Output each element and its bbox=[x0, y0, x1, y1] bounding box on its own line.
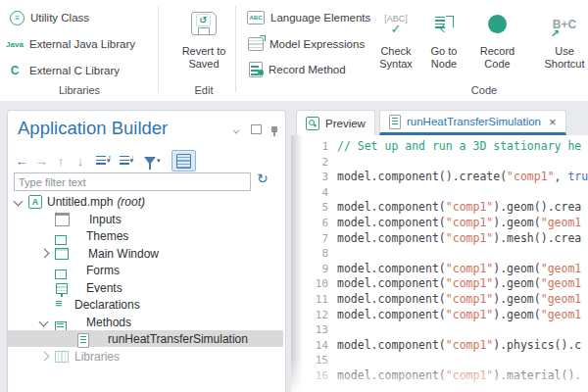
code-editor[interactable]: 1// Set up and run a 3D stationary he23m… bbox=[291, 135, 588, 392]
external-java-library-label: External Java Library bbox=[29, 38, 135, 50]
check-syntax-icon: [ABC] ✓ bbox=[384, 14, 408, 34]
application-builder-panel: Application Builder ← → ↑ ↓ ↑ ▾ ↓ ▾ ▾ ↻ … bbox=[7, 110, 286, 392]
expand-all-icon[interactable]: ↓ bbox=[120, 156, 129, 167]
panel-float-icon[interactable] bbox=[251, 124, 262, 134]
panel-pin-icon[interactable] bbox=[271, 126, 277, 132]
record-method-label: Record Method bbox=[269, 64, 346, 75]
revert-to-saved-icon: ↺ bbox=[191, 12, 217, 35]
code-line[interactable]: 5model.component("comp1").geom().crea bbox=[291, 200, 588, 216]
tree-item-themes[interactable]: Themes bbox=[8, 227, 283, 244]
code-text: model.component("comp1").geom("geom1 bbox=[337, 262, 581, 277]
code-line[interactable]: 12model.component("comp1").geom("geom1 bbox=[291, 308, 588, 323]
model-expressions-label: Model Expressions bbox=[270, 38, 365, 50]
filter-input[interactable] bbox=[14, 172, 251, 191]
show-panel-toggle-button[interactable] bbox=[172, 150, 196, 172]
code-line[interactable]: 1// Set up and run a 3D stationary he bbox=[291, 139, 588, 155]
record-method-button[interactable]: Record Method bbox=[249, 61, 346, 78]
tree-item-declarations[interactable]: ≡ Declarations bbox=[8, 296, 283, 313]
tab-run-heat-transfer-simulation[interactable]: runHeatTransferSimulation × bbox=[379, 110, 566, 135]
external-c-library-label: External C Library bbox=[29, 65, 120, 76]
tree-item-events[interactable]: Events bbox=[8, 279, 283, 296]
refresh-icon[interactable]: ↻ bbox=[257, 171, 269, 186]
tree-item-label: Methods bbox=[86, 316, 131, 329]
tree-item-libraries[interactable]: Libraries bbox=[8, 348, 283, 365]
external-c-library-button[interactable]: C External C Library bbox=[6, 62, 120, 79]
code-line[interactable]: 3model.component().create("comp1", tru bbox=[291, 170, 588, 185]
record-code-icon bbox=[488, 15, 507, 33]
code-line[interactable]: 15 bbox=[291, 353, 588, 368]
tree-item-root[interactable]: A Untitled.mph (root) bbox=[8, 193, 283, 210]
forms-icon bbox=[55, 270, 67, 279]
move-down-button[interactable]: ↓ bbox=[71, 154, 90, 169]
code-text: model.component("comp1").geom().crea bbox=[337, 200, 581, 216]
declarations-icon: ≡ bbox=[55, 299, 63, 309]
code-line[interactable]: 8 bbox=[291, 246, 588, 262]
code-text: model.component("comp1").material(). bbox=[337, 368, 581, 384]
checkmark-icon: ✓ bbox=[391, 24, 402, 34]
revert-to-saved-button[interactable]: ↺ Revert to Saved bbox=[176, 6, 231, 94]
code-line[interactable]: 14model.component("comp1").physics().c bbox=[291, 338, 588, 354]
use-shortcut-button[interactable]: B+C ↗ Use Shortcut bbox=[535, 6, 588, 94]
expander-icon[interactable] bbox=[40, 352, 50, 362]
panel-toolbar: ← → ↑ ↓ ↑ ▾ ↓ ▾ ▾ bbox=[12, 151, 196, 171]
expander-icon[interactable] bbox=[14, 197, 24, 207]
tree-item-label: runHeatTransferSimulation bbox=[108, 332, 248, 346]
code-line[interactable]: 9model.component("comp1").geom("geom1 bbox=[291, 262, 588, 277]
tree-item-run-heat-transfer-simulation[interactable]: runHeatTransferSimulation bbox=[8, 330, 283, 347]
record-code-label: Record Code bbox=[471, 45, 523, 71]
move-up-button[interactable]: ↑ bbox=[51, 154, 71, 169]
code-line[interactable]: 2 bbox=[291, 155, 588, 171]
language-elements-button[interactable]: ABC Language Elements bbox=[247, 9, 370, 26]
language-elements-icon: ABC bbox=[247, 11, 265, 24]
tree-item-label: Forms bbox=[86, 264, 120, 277]
check-syntax-button[interactable]: [ABC] ✓ Check Syntax bbox=[371, 6, 420, 94]
code-line[interactable]: 11model.component("comp1").geom("geom1 bbox=[291, 292, 588, 308]
code-text: model.component("comp1").geom("geom1 bbox=[337, 216, 581, 231]
events-icon bbox=[56, 283, 68, 294]
go-to-node-label: Go to Node bbox=[422, 45, 466, 71]
code-lines: 1// Set up and run a 3D stationary he23m… bbox=[291, 139, 588, 384]
code-line[interactable]: 10model.component("comp1").geom("geom1 bbox=[291, 276, 588, 292]
code-line[interactable]: 7model.component("comp1").mesh().crea bbox=[291, 231, 588, 247]
tree-item-label: Inputs bbox=[89, 213, 122, 226]
expander-icon[interactable] bbox=[39, 318, 49, 327]
filter-funnel-icon[interactable] bbox=[144, 157, 156, 165]
code-line[interactable]: 13 bbox=[291, 322, 588, 338]
go-to-node-icon bbox=[435, 16, 453, 31]
method-file-icon bbox=[77, 333, 89, 348]
code-text: model.component("comp1").geom("geom1 bbox=[337, 308, 581, 323]
record-code-button[interactable]: Record Code bbox=[471, 6, 523, 94]
panel-shadow bbox=[291, 135, 303, 392]
panel-chevron-down-icon[interactable] bbox=[233, 127, 241, 132]
model-expressions-button[interactable]: Model Expressions bbox=[248, 35, 365, 53]
preview-icon bbox=[306, 117, 319, 130]
forward-button[interactable]: → bbox=[31, 154, 51, 169]
use-shortcut-label: Use Shortcut bbox=[535, 45, 588, 71]
expander-icon[interactable] bbox=[40, 249, 50, 259]
filter-caret-icon[interactable]: ▾ bbox=[157, 157, 161, 165]
back-button[interactable]: ← bbox=[12, 154, 31, 169]
main-window-icon bbox=[55, 248, 69, 260]
close-icon[interactable]: × bbox=[549, 115, 557, 129]
tree-item-forms[interactable]: Forms bbox=[8, 262, 283, 278]
ne-arrow-icon: ↗ bbox=[551, 27, 560, 39]
language-elements-label: Language Elements bbox=[270, 12, 370, 24]
use-shortcut-icon: B+C ↗ bbox=[553, 18, 576, 30]
collapse-all-icon[interactable]: ↑ bbox=[96, 156, 106, 167]
code-line[interactable]: 16model.component("comp1").material(). bbox=[291, 368, 588, 384]
go-to-node-button[interactable]: Go to Node bbox=[422, 6, 466, 94]
tab-preview[interactable]: Preview bbox=[296, 110, 375, 135]
utility-class-button[interactable]: ≡ Utility Class bbox=[10, 9, 89, 26]
code-text: model.component("comp1").physics().c bbox=[337, 338, 581, 354]
tree-item-suffix: (root) bbox=[117, 195, 145, 209]
external-java-library-button[interactable]: Java External Java Library bbox=[6, 35, 135, 53]
code-line[interactable]: 6model.component("comp1").geom("geom1 bbox=[291, 216, 588, 231]
tree-item-label: Themes bbox=[86, 229, 128, 243]
method-file-icon bbox=[389, 115, 401, 129]
code-line[interactable]: 4 bbox=[291, 185, 588, 201]
utility-class-icon: ≡ bbox=[10, 11, 24, 25]
tree-item-methods[interactable]: Methods bbox=[8, 314, 283, 330]
tree-item-main-window[interactable]: Main Window bbox=[8, 245, 283, 262]
ribbon-group-label-code: Code bbox=[421, 84, 547, 96]
tree-item-inputs[interactable]: Inputs bbox=[8, 211, 283, 227]
